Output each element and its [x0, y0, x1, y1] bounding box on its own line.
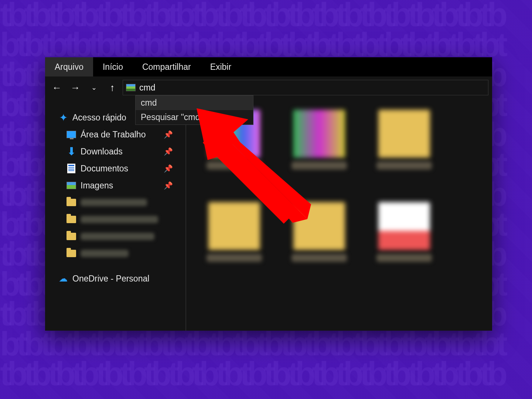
- folder-icon: [66, 233, 76, 240]
- history-dropdown[interactable]: ⌄: [86, 79, 102, 96]
- sidebar-item-downloads[interactable]: ⬇ Downloads 📌: [58, 143, 182, 160]
- file-thumbnail[interactable]: [282, 202, 356, 283]
- sidebar-item-blurred[interactable]: [58, 211, 182, 228]
- folder-icon: [66, 250, 76, 257]
- sidebar-item-desktop[interactable]: Área de Trabalho 📌: [58, 126, 182, 143]
- address-suggestions: cmd Pesquisar "cmd": [135, 95, 253, 125]
- ribbon-tabs: Arquivo Início Compartilhar Exibir: [45, 57, 492, 76]
- file-thumbnail[interactable]: [197, 202, 271, 283]
- sidebar-onedrive[interactable]: ☁ OneDrive - Personal: [58, 270, 182, 287]
- desktop-icon: [66, 131, 76, 138]
- sidebar-item-label: Documentos: [81, 164, 128, 174]
- up-button[interactable]: ↑: [104, 79, 120, 96]
- content-area: [185, 99, 492, 331]
- document-icon: [67, 164, 75, 173]
- pin-icon: 📌: [164, 181, 173, 190]
- sidebar-item-blurred[interactable]: [58, 245, 182, 262]
- tab-exibir[interactable]: Exibir: [201, 57, 241, 76]
- file-thumbnail[interactable]: [282, 110, 356, 191]
- blurred-label: [81, 250, 129, 257]
- back-button[interactable]: ←: [49, 79, 65, 96]
- sidebar-item-blurred[interactable]: [58, 228, 182, 245]
- address-input[interactable]: [139, 83, 485, 93]
- sidebar-item-label: Downloads: [81, 147, 123, 157]
- folder-icon: [66, 199, 76, 206]
- sidebar-quick-access-label: Acesso rápido: [72, 113, 126, 123]
- blurred-label: [81, 233, 154, 240]
- tab-compartilhar[interactable]: Compartilhar: [133, 57, 201, 76]
- forward-button[interactable]: →: [67, 79, 83, 96]
- pictures-icon: [66, 182, 76, 189]
- blurred-label: [81, 216, 158, 223]
- address-bar[interactable]: [123, 80, 488, 95]
- sidebar-item-images[interactable]: Imagens 📌: [58, 177, 182, 194]
- tab-inicio[interactable]: Início: [93, 57, 133, 76]
- file-thumbnail[interactable]: [367, 110, 441, 191]
- star-icon: ✦: [58, 113, 68, 122]
- sidebar-item-label: Área de Trabalho: [81, 130, 146, 140]
- sidebar-item-documents[interactable]: Documentos 📌: [58, 160, 182, 177]
- explorer-window: Arquivo Início Compartilhar Exibir ← → ⌄…: [45, 57, 492, 331]
- address-suggestion-search[interactable]: Pesquisar "cmd": [136, 110, 253, 125]
- navigation-pane: ✦ Acesso rápido Área de Trabalho 📌 ⬇ Dow…: [45, 99, 185, 331]
- blurred-label: [81, 199, 147, 206]
- file-thumbnail[interactable]: [367, 202, 441, 283]
- nav-toolbar: ← → ⌄ ↑ cmd Pesquisar "cmd": [45, 76, 492, 99]
- sidebar-item-blurred[interactable]: [58, 194, 182, 211]
- sidebar-onedrive-label: OneDrive - Personal: [72, 274, 149, 284]
- tab-arquivo[interactable]: Arquivo: [45, 57, 93, 76]
- pin-icon: 📌: [164, 164, 173, 173]
- folder-icon: [66, 216, 76, 223]
- pictures-location-icon: [126, 84, 136, 91]
- download-arrow-icon: ⬇: [66, 147, 76, 156]
- address-suggestion-cmd[interactable]: cmd: [136, 96, 253, 110]
- sidebar-item-label: Imagens: [81, 181, 113, 191]
- cloud-icon: ☁: [58, 274, 68, 283]
- pin-icon: 📌: [164, 147, 173, 156]
- pin-icon: 📌: [164, 130, 173, 139]
